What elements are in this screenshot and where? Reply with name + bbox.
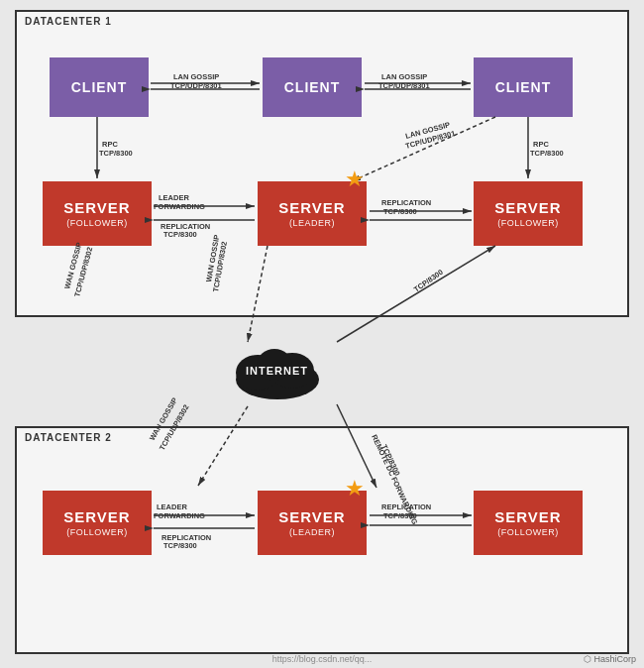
server3-box: SERVER (FOLLOWER): [474, 181, 583, 246]
watermark: ⬡ HashiCorp: [584, 654, 636, 664]
server4-box: SERVER (FOLLOWER): [43, 491, 152, 555]
server3-name: SERVER: [494, 199, 561, 216]
server2-name: SERVER: [278, 199, 345, 216]
main-container: DATACENTER 1 DATACENTER 2 CLIENT CLIENT …: [0, 0, 644, 668]
server1-sub: (FOLLOWER): [66, 218, 128, 228]
server5-sub: (LEADER): [289, 527, 335, 537]
dc1-leader-star: ★: [345, 167, 365, 192]
server6-name: SERVER: [494, 508, 561, 525]
server3-sub: (FOLLOWER): [497, 218, 559, 228]
hashicorp-logo: ⬡ HashiCorp: [584, 654, 636, 664]
server2-sub: (LEADER): [289, 218, 335, 228]
url-text: https://blog.csdn.net/qq...: [272, 654, 373, 664]
dc2-label: DATACENTER 2: [25, 432, 112, 443]
server4-name: SERVER: [63, 508, 130, 525]
server6-box: SERVER (FOLLOWER): [474, 491, 583, 555]
client1-box: CLIENT: [50, 57, 149, 117]
server5-name: SERVER: [278, 508, 345, 525]
server4-sub: (FOLLOWER): [66, 527, 128, 537]
client3-label: CLIENT: [495, 79, 552, 95]
server1-name: SERVER: [63, 199, 130, 216]
server1-box: SERVER (FOLLOWER): [43, 181, 152, 246]
client2-box: CLIENT: [263, 57, 362, 117]
client1-label: CLIENT: [71, 79, 128, 95]
datacenter1-box: DATACENTER 1: [15, 10, 629, 317]
internet-label: INTERNET: [246, 365, 308, 377]
client3-box: CLIENT: [474, 57, 573, 117]
client2-label: CLIENT: [284, 79, 341, 95]
dc2-leader-star: ★: [345, 476, 365, 501]
server6-sub: (FOLLOWER): [497, 527, 559, 537]
dc1-label: DATACENTER 1: [25, 16, 112, 27]
